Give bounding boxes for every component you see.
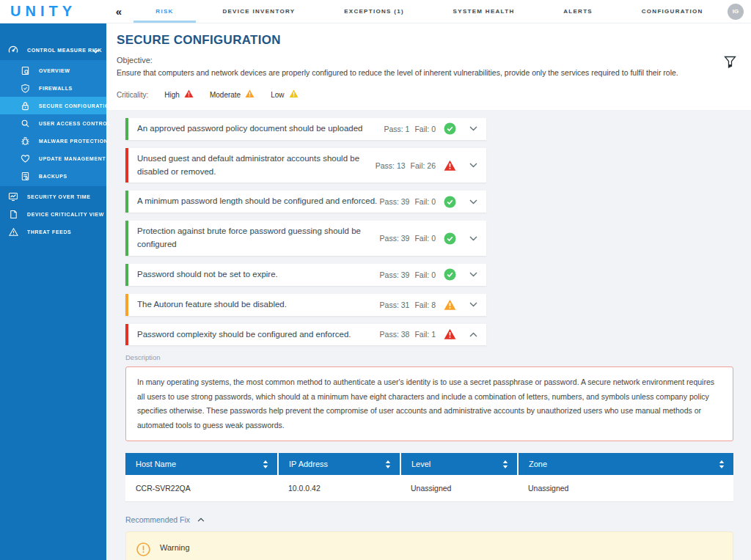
fail-count: Fail: 0 <box>414 125 436 133</box>
chart-icon <box>8 191 18 202</box>
fail-count: Fail: 8 <box>414 301 436 309</box>
column-label: Zone <box>529 460 547 468</box>
cell-level: Unassigned <box>400 475 518 502</box>
recommended-fix-toggle[interactable]: Recommended Fix <box>125 515 733 524</box>
sidebar-item-label: DEVICE CRITICALITY VIEW <box>27 212 104 217</box>
chevron-down-icon[interactable] <box>92 43 99 56</box>
nav-tab-device-inventory[interactable]: DEVICE INVENTORY <box>215 0 302 23</box>
sidebar-group-label: CONTROL MEASURE RISK <box>27 48 102 53</box>
column-label: Host Name <box>136 460 176 468</box>
checks-section: An approved password policy document sho… <box>106 110 751 560</box>
objective-label: Objective: <box>117 56 736 65</box>
check-row[interactable]: The Autorun feature should be disabled. … <box>125 294 486 316</box>
check-row[interactable]: An approved password policy document sho… <box>125 118 486 140</box>
nav-tab-system-health[interactable]: SYSTEM HEALTH <box>446 0 522 23</box>
sort-icon[interactable] <box>385 460 391 468</box>
checks-list: An approved password policy document sho… <box>125 118 486 345</box>
check-row[interactable]: Unused guest and default administrator a… <box>125 148 486 183</box>
column-header-ip-address[interactable]: IP Address <box>278 453 400 475</box>
check-row[interactable]: Password should not be set to expire. Pa… <box>125 264 486 286</box>
chevron-down-icon[interactable] <box>469 199 477 205</box>
chevron-down-icon[interactable] <box>469 302 477 307</box>
chevron-up-icon[interactable] <box>469 332 477 337</box>
nav-tab-risk[interactable]: RISK <box>148 0 180 23</box>
top-nav: RISK DEVICE INVENTORY EXCEPTIONS (1) SYS… <box>131 0 728 23</box>
sidebar-item-malware-protection[interactable]: MALWARE PROTECTION <box>0 132 106 150</box>
pass-count: Pass: 38 <box>380 330 410 339</box>
pass-count: Pass: 39 <box>380 270 410 279</box>
sort-icon[interactable] <box>502 460 508 468</box>
column-label: Level <box>411 460 431 468</box>
recommended-fix-label: Recommended Fix <box>125 515 190 524</box>
main-content: SECURE CONFIGURATION Objective: Ensure t… <box>106 23 751 560</box>
sort-icon[interactable] <box>719 460 725 468</box>
pass-count: Pass: 1 <box>384 125 409 133</box>
status-fail-icon <box>444 159 456 172</box>
check-row-expanded[interactable]: Password complexity should be configured… <box>125 324 486 346</box>
check-row[interactable]: A minimum password length should be conf… <box>125 191 486 213</box>
sidebar-item-update-management[interactable]: UPDATE MANAGEMENT <box>0 150 106 167</box>
gauge-icon <box>8 45 18 55</box>
top-header: UNITY « RISK DEVICE INVENTORY EXCEPTIONS… <box>0 0 751 23</box>
file-search-icon <box>20 65 30 75</box>
criticality-low: Low <box>271 89 298 100</box>
chevron-up-icon[interactable] <box>197 517 205 522</box>
objective-text: Ensure that computers and network device… <box>117 68 736 77</box>
chevron-down-icon[interactable] <box>469 272 477 277</box>
shield-check-icon <box>20 83 30 93</box>
sidebar-item-secure-configuration[interactable]: SECURE CONFIGURATION <box>0 97 106 114</box>
check-title: A minimum password length should be conf… <box>137 195 380 208</box>
warning-triangle-yellow-icon <box>289 89 298 100</box>
table-row[interactable]: CCR-SVR22QA 10.0.0.42 Unassigned Unassig… <box>125 475 733 502</box>
sidebar-item-label: UPDATE MANAGEMENT <box>39 156 106 161</box>
check-title: Protection against brute force password … <box>137 225 380 251</box>
sidebar-item-label: BACKUPS <box>39 174 67 179</box>
sidebar-subgroup: OVERVIEW FIREWALLS SECURE CONFIGURATION … <box>0 60 106 186</box>
sidebar-item-device-criticality-view[interactable]: DEVICE CRITICALITY VIEW <box>0 205 106 223</box>
sidebar-item-threat-feeds[interactable]: THREAT FEEDS <box>0 223 106 240</box>
lock-icon <box>20 100 30 111</box>
sidebar-item-firewalls[interactable]: FIREWALLS <box>0 79 106 97</box>
check-title: An approved password policy document sho… <box>137 122 384 136</box>
pass-count: Pass: 13 <box>376 161 406 170</box>
sidebar-item-backups[interactable]: BACKUPS <box>0 167 106 185</box>
nav-tab-exceptions[interactable]: EXCEPTIONS (1) <box>337 0 411 23</box>
criticality-low-label: Low <box>271 91 284 99</box>
heart-icon <box>20 153 30 163</box>
sidebar-item-overview[interactable]: OVERVIEW <box>0 62 106 79</box>
criticality-moderate-label: Moderate <box>210 91 241 99</box>
chevron-down-icon[interactable] <box>469 163 477 168</box>
check-row[interactable]: Protection against brute force password … <box>125 221 486 256</box>
collapse-sidebar-icon[interactable]: « <box>106 0 131 23</box>
column-header-host-name[interactable]: Host Name <box>125 453 278 475</box>
user-avatar[interactable]: IG <box>728 4 744 20</box>
status-pass-icon <box>444 268 456 281</box>
sidebar-group-control-measure-risk[interactable]: CONTROL MEASURE RISK <box>0 41 106 59</box>
fail-count: Fail: 1 <box>414 330 436 339</box>
sidebar-item-label: THREAT FEEDS <box>27 229 71 235</box>
fail-count: Fail: 0 <box>414 234 436 243</box>
cell-zone: Unassigned <box>518 475 733 502</box>
pass-count: Pass: 39 <box>380 197 410 206</box>
filter-icon[interactable] <box>724 56 736 73</box>
status-fail-icon <box>444 328 456 341</box>
sidebar-item-label: OVERVIEW <box>39 68 70 73</box>
warning-triangle-red-icon <box>184 89 194 100</box>
nav-tab-configuration[interactable]: CONFIGURATION <box>634 0 711 23</box>
sort-icon[interactable] <box>263 460 268 468</box>
warning-callout: Warning Remember, always follow formal m… <box>125 531 733 560</box>
column-header-zone[interactable]: Zone <box>518 453 733 475</box>
sidebar-item-security-over-time[interactable]: SECURITY OVER TIME <box>0 188 106 205</box>
page-icon <box>8 209 18 219</box>
unity-logo: UNITY <box>0 0 106 23</box>
criticality-high-label: High <box>164 91 180 99</box>
sidebar-item-label: FIREWALLS <box>39 86 73 91</box>
warning-triangle-orange-icon <box>245 89 254 100</box>
chevron-down-icon[interactable] <box>469 126 477 131</box>
nav-tab-alerts[interactable]: ALERTS <box>556 0 600 23</box>
sidebar-item-user-access-control[interactable]: USER ACCESS CONTROL <box>0 114 106 132</box>
pass-count: Pass: 39 <box>380 234 410 243</box>
page-header-section: SECURE CONFIGURATION Objective: Ensure t… <box>106 23 751 110</box>
column-header-level[interactable]: Level <box>400 453 518 475</box>
chevron-down-icon[interactable] <box>469 236 477 241</box>
